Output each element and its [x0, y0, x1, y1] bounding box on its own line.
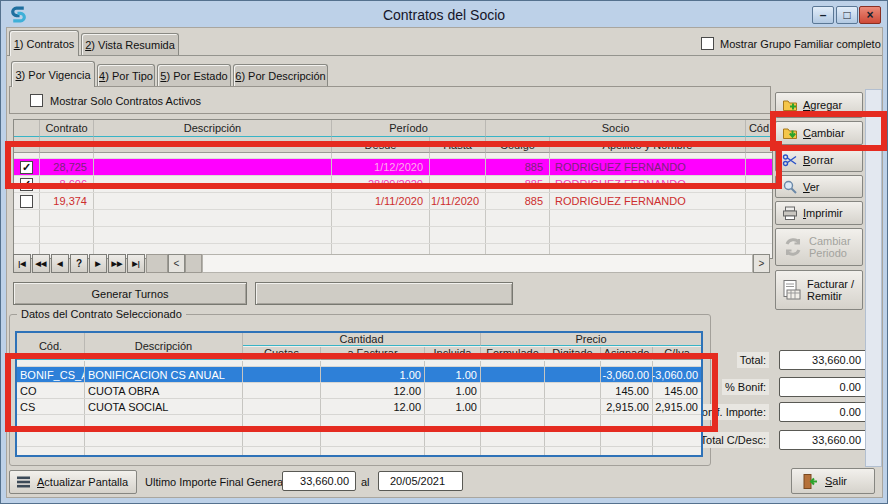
total-cdesc-field[interactable]: 33,660.00: [779, 430, 867, 450]
checkbox-grupo-familiar[interactable]: [701, 37, 714, 50]
detail-subheader-a-facturar: a Facturar: [321, 347, 425, 360]
detail-subheader-incluida: Incluida: [425, 347, 481, 360]
borrar-button[interactable]: Borrar: [775, 148, 863, 172]
nav-forward-button[interactable]: ▶: [89, 254, 107, 273]
hscroll-thumb[interactable]: [185, 254, 202, 273]
generar-turnos-button[interactable]: Generar Turnos: [13, 282, 247, 305]
minimize-button[interactable]: –: [812, 6, 834, 24]
subheader-hasta: Hasta: [430, 137, 486, 153]
cell-descripcion: CUOTA OBRA: [85, 383, 243, 398]
contracts-rows: ✓ 28,725 1/12/2020 885 RODRIGUEZ FERNAND…: [14, 153, 772, 259]
table-row-contract-1[interactable]: ✓ 28,725 1/12/2020 885 RODRIGUEZ FERNAND…: [14, 159, 772, 176]
invoice-icon: [782, 279, 802, 301]
detail-subheader-cuotas: Cuotas: [243, 347, 321, 360]
imprimir-button[interactable]: Imprimir: [775, 201, 863, 225]
cell-codigo: 885: [486, 159, 550, 175]
cell-cuotas: [243, 383, 321, 398]
cell-a-facturar: 12.00: [321, 399, 425, 414]
total-label: Total:: [737, 352, 769, 368]
subheader-desde: Desde: [332, 137, 430, 153]
cell-hasta: 1/11/2020: [430, 193, 486, 209]
row-checkbox[interactable]: [20, 195, 33, 208]
detail-row-empty: [17, 415, 701, 431]
detail-row-cuota-obra[interactable]: CO CUOTA OBRA 12.00 1.00 145.00 145.00: [17, 383, 701, 399]
ultimo-importe-label: Ultimo Importe Final Generado:: [145, 476, 298, 488]
tab-contratos[interactable]: 1) Contratos: [9, 30, 79, 56]
cell-c-iva: -3,060.00: [653, 367, 701, 382]
ver-button[interactable]: Ver: [775, 175, 863, 198]
window: Contratos del Socio – □ × 1) Contratos 2…: [0, 0, 888, 504]
hscroll-track[interactable]: [202, 254, 753, 273]
nav-fast-forward-button[interactable]: ▶▶: [108, 254, 126, 273]
nav-back-button[interactable]: ◀: [51, 254, 69, 273]
cell-contrato: 8,606: [40, 176, 94, 192]
hscroll-right-button[interactable]: >: [753, 254, 770, 273]
cell-asignado: -3,060.00: [601, 367, 653, 382]
cell-cod: CS: [17, 399, 85, 414]
nav-first-button[interactable]: |◀: [13, 254, 31, 273]
cell-digitado: [545, 399, 601, 414]
cell-a-facturar: 12.00: [321, 383, 425, 398]
bonif-pct-field[interactable]: 0.00: [779, 377, 867, 397]
detail-subheader-c-iva: C/Iva: [653, 347, 701, 360]
row-checkbox[interactable]: ✓: [20, 178, 33, 191]
right-scrollbar-strip[interactable]: [865, 89, 882, 467]
cell-c-iva: 2,915.00: [653, 399, 701, 414]
contracts-table: Contrato Descripción Período Socio Cód D…: [13, 119, 773, 259]
tab-vista-resumida[interactable]: 2) Vista Resumida: [81, 33, 179, 56]
blank-button[interactable]: [255, 282, 513, 305]
titlebar: Contratos del Socio – □ ×: [2, 2, 886, 27]
fecha-field[interactable]: 20/05/2021: [378, 471, 463, 491]
nav-search-button[interactable]: ?: [70, 254, 88, 273]
folder-arrow-icon: [782, 125, 798, 141]
detail-row-cuota-social[interactable]: CS CUOTA SOCIAL 12.00 1.00 2,915.00 2,91…: [17, 399, 701, 415]
cell-cod: CO: [17, 383, 85, 398]
cell-incluida: 1.00: [425, 367, 481, 382]
row-checkbox[interactable]: ✓: [20, 161, 33, 174]
magnifier-icon: [782, 179, 798, 195]
detail-row-bonificacion[interactable]: BONIF_CS_ANUA BONIFICACION CS ANUAL 1.00…: [17, 367, 701, 383]
tab-por-tipo[interactable]: 4) Por Tipo: [97, 64, 155, 87]
checkbox-contratos-activos[interactable]: [30, 94, 43, 107]
detail-row-empty: [17, 447, 701, 457]
cell-asignado: 145.00: [601, 383, 653, 398]
detail-header-descripcion: Descripción: [85, 333, 243, 360]
cell-desde: 1/11/2020: [332, 193, 430, 209]
detail-rows: BONIF_CS_ANUA BONIFICACION CS ANUAL 1.00…: [17, 361, 701, 457]
table-row-empty: [14, 227, 772, 244]
nav-fast-back-button[interactable]: ◀◀: [32, 254, 50, 273]
total-field[interactable]: 33,660.00: [779, 350, 867, 370]
actualizar-pantalla-button[interactable]: Actualizar Pantalla: [9, 470, 137, 494]
cell-contrato: 19,374: [40, 193, 94, 209]
maximize-button[interactable]: □: [836, 6, 858, 24]
cell-a-facturar: 1.00: [321, 367, 425, 382]
cell-nombre: RODRIGUEZ FERNANDO: [550, 176, 746, 192]
subheader-blank: [40, 137, 94, 153]
cell-descripcion: BONIFICACION CS ANUAL: [85, 367, 243, 382]
subheader-blank: [94, 137, 332, 153]
bonif-importe-label: Bonif. Importe:: [691, 404, 769, 420]
agregar-button[interactable]: Agregar: [775, 92, 863, 118]
contract-detail-table: Cód. Descripción Cantidad Precio Cuotas …: [15, 331, 703, 457]
cell-asignado: 2,915.00: [601, 399, 653, 414]
scissors-icon: [782, 152, 798, 168]
tab-por-vigencia[interactable]: 3) Por Vigencia: [11, 61, 95, 87]
cell-cod: BONIF_CS_ANUA: [17, 367, 85, 382]
refresh-icon: [782, 236, 804, 258]
facturar-remitir-button[interactable]: Facturar /Remitir: [775, 270, 863, 310]
table-row-contract-3[interactable]: 19,374 1/11/2020 1/11/2020 885 RODRIGUEZ…: [14, 193, 772, 210]
close-button[interactable]: ×: [859, 6, 881, 24]
detail-header-cantidad: Cantidad: [243, 333, 481, 346]
detail-row-empty: [17, 431, 701, 447]
tab-por-estado[interactable]: 5) Por Estado: [157, 64, 231, 87]
cambiar-periodo-button[interactable]: CambiarPeriodo: [775, 228, 863, 266]
tab-por-descripcion[interactable]: 6) Por Descripción: [233, 64, 328, 87]
cambiar-button[interactable]: Cambiar: [775, 121, 863, 145]
exit-door-icon: [802, 473, 819, 490]
hscroll-left-button[interactable]: <: [168, 254, 185, 273]
nav-last-button[interactable]: ▶|: [127, 254, 145, 273]
salir-button[interactable]: Salir: [791, 468, 875, 494]
table-row-contract-2[interactable]: ✓ 8,606 28/09/2020 885 RODRIGUEZ FERNAND…: [14, 176, 772, 193]
bonif-importe-field[interactable]: 0.00: [779, 402, 867, 422]
ultimo-importe-field[interactable]: 33,660.00: [282, 471, 356, 491]
